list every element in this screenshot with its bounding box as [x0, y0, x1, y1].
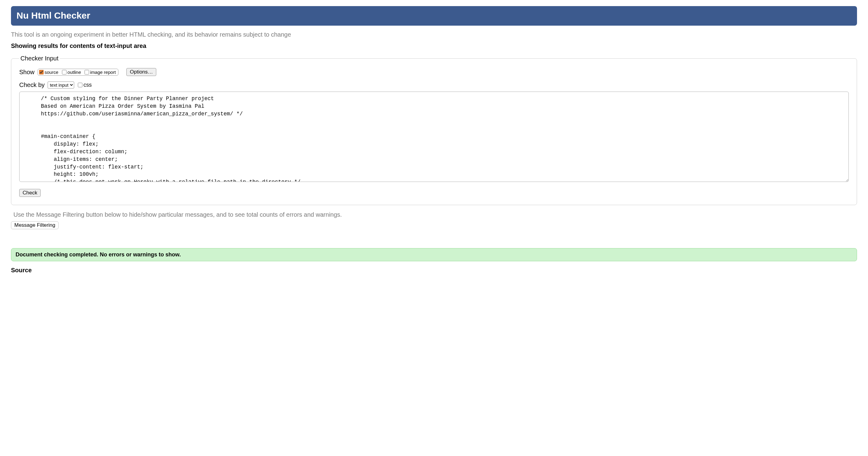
image-report-checkbox[interactable]: [85, 70, 89, 74]
source-textarea[interactable]: [19, 92, 849, 182]
message-filtering-button[interactable]: Message Filtering: [11, 221, 59, 229]
vertical-spacer: [11, 229, 857, 248]
css-checkbox-label: css: [83, 82, 92, 88]
filtering-intro: Use the Message Filtering button below t…: [13, 211, 857, 218]
outline-checkbox[interactable]: [62, 70, 66, 74]
image-report-checkbox-label: image report: [90, 69, 116, 75]
show-row: Show source outline image report Options…: [19, 68, 849, 76]
image-report-checkbox-item[interactable]: image report: [85, 69, 116, 75]
outline-checkbox-label: outline: [67, 69, 81, 75]
header-bar: Nu Html Checker: [11, 6, 857, 26]
check-row: Check: [19, 189, 849, 197]
css-checkbox-item[interactable]: css: [78, 82, 92, 88]
source-checkbox[interactable]: [39, 70, 44, 74]
check-button[interactable]: Check: [19, 189, 40, 197]
checkby-label: Check by: [19, 82, 44, 89]
checker-input-fieldset: Checker Input Show source outline image …: [11, 55, 857, 205]
show-label: Show: [19, 69, 34, 76]
checkby-row: Check by text input css: [19, 82, 849, 89]
show-options-group: source outline image report: [37, 69, 118, 76]
source-checkbox-item[interactable]: source: [39, 69, 58, 75]
source-checkbox-label: source: [44, 69, 58, 75]
outline-checkbox-item[interactable]: outline: [62, 69, 81, 75]
intro-text: This tool is an ongoing experiment in be…: [11, 31, 857, 38]
checker-legend: Checker Input: [19, 55, 60, 62]
css-checkbox[interactable]: [78, 83, 83, 87]
checkby-select[interactable]: text input: [48, 82, 74, 89]
results-heading: Showing results for contents of text-inp…: [11, 42, 857, 50]
options-button[interactable]: Options…: [126, 68, 156, 76]
success-banner: Document checking completed. No errors o…: [11, 248, 857, 261]
page-title: Nu Html Checker: [17, 10, 851, 21]
source-heading: Source: [11, 267, 857, 274]
